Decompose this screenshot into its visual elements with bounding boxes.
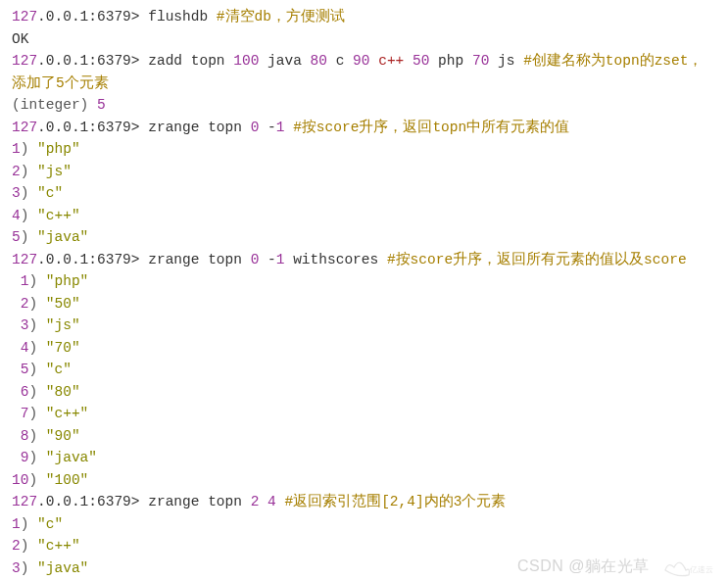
cmd-text: zrange topn [148,252,250,267]
string-value: "java" [37,229,88,245]
paren: ) [21,141,37,157]
list-item: 5) "c" [12,359,716,381]
index: 4 [12,340,28,356]
comment: #清空db，方便测试 [217,9,345,24]
index: 2 [12,538,21,554]
paren: ) [28,273,45,289]
string-value: "50" [46,296,80,312]
paren: ) [21,164,37,179]
cmd-text: flushdb [148,9,217,24]
list-item: 1) "c" [12,513,716,536]
prompt-ip: 127 [12,9,37,24]
list-item: 9) "java" [12,447,716,469]
number: 80 [311,53,327,69]
list-item: 2) "50" [12,293,716,315]
string-value: "php" [37,141,80,157]
list-item: 4) "c++" [12,205,716,227]
paren: ) [28,384,45,400]
number: 70 [472,53,489,69]
index: 8 [12,428,28,444]
list-item: 3) "c" [12,182,716,205]
string-value: "java" [37,560,88,576]
cmd-text: java [259,53,310,69]
paren: ) [28,406,45,421]
index: 1 [12,273,28,289]
number: 90 [353,53,369,69]
number: 50 [413,53,429,69]
prompt-ip: 127 [12,252,37,267]
prompt-rest: .0.0.1:6379> [37,9,148,24]
comment: #按score升序，返回所有元素的值以及score [387,252,687,267]
yisuyun-logo-icon: 亿速云 [659,554,718,581]
terminal-line: OK [12,28,716,51]
index: 9 [12,450,28,465]
string-value: "java" [46,450,97,465]
paren: ) [28,428,45,444]
paren: ) [28,317,45,333]
list-item: 5) "java" [12,226,716,249]
index: 1 [12,516,21,532]
index: 4 [12,208,21,223]
prompt-ip: 127 [12,53,37,69]
paren: ) [28,362,45,377]
cmd-text: - [259,252,275,267]
index: 3 [12,560,21,576]
string-value: "c++" [46,406,89,421]
terminal-line: (integer) 5 [12,94,716,117]
index: 2 [12,296,28,312]
cmd-text: withscores [284,252,386,267]
cmd-text [259,494,267,509]
string-value: "70" [46,340,80,356]
terminal-line: 127.0.0.1:6379> flushdb #清空db，方便测试 [12,6,716,28]
output-text: OK [12,31,28,47]
paren: ) [21,229,37,245]
cmd-text: zrange topn [148,494,250,509]
cmd-text [284,120,293,135]
paren: ) [28,450,45,465]
index: 3 [12,185,21,201]
list-item: 10) "100" [12,469,716,492]
cmd-text: zrange topn [148,120,250,135]
prompt-rest: .0.0.1:6379> [37,252,148,267]
string-value: "c" [37,516,63,532]
comment: #返回索引范围[2,4]内的3个元素 [284,494,506,509]
list-item: 7) "c++" [12,403,716,425]
terminal-line: 127.0.0.1:6379> zrange topn 0 -1 #按score… [12,117,716,139]
string-value: "100" [46,472,89,488]
paren: ) [21,185,37,201]
string-value: "php" [46,273,89,289]
index: 1 [12,141,21,157]
cmd-text: php [429,53,472,69]
paren: ) [28,472,45,488]
index: 6 [12,384,28,400]
string-value: "js" [46,317,80,333]
string-value: "js" [37,164,72,179]
prompt-rest: .0.0.1:6379> [37,53,148,69]
list-item: 2) "js" [12,161,716,183]
cmd-text: c [327,53,353,69]
prompt-ip: 127 [12,120,37,135]
index: 5 [12,362,28,377]
prompt-rest: .0.0.1:6379> [37,494,148,509]
index: 5 [12,229,21,245]
comment: #按score升序，返回topn中所有元素的值 [293,120,569,135]
prompt-rest: .0.0.1:6379> [37,120,148,135]
paren: ) [21,208,37,223]
logo-text: 亿速云 [689,564,713,574]
string-value: "c" [37,185,63,201]
number: 4 [267,494,276,509]
list-item: 1) "php" [12,138,716,161]
terminal-line: 127.0.0.1:6379> zrange topn 2 4 #返回索引范围[… [12,491,716,513]
paren: ) [21,538,37,554]
prompt-ip: 127 [12,494,37,509]
list-item: 6) "80" [12,381,716,404]
index: 10 [12,472,28,488]
index: 2 [12,164,21,179]
string-value: "90" [46,428,80,444]
output-text: (integer) [12,97,97,113]
terminal-line: 127.0.0.1:6379> zadd topn 100 java 80 c … [12,50,716,94]
number: 100 [233,53,259,69]
string-value: "c++" [37,538,80,554]
number: 5 [97,97,106,113]
list-item: 3) "js" [12,315,716,337]
